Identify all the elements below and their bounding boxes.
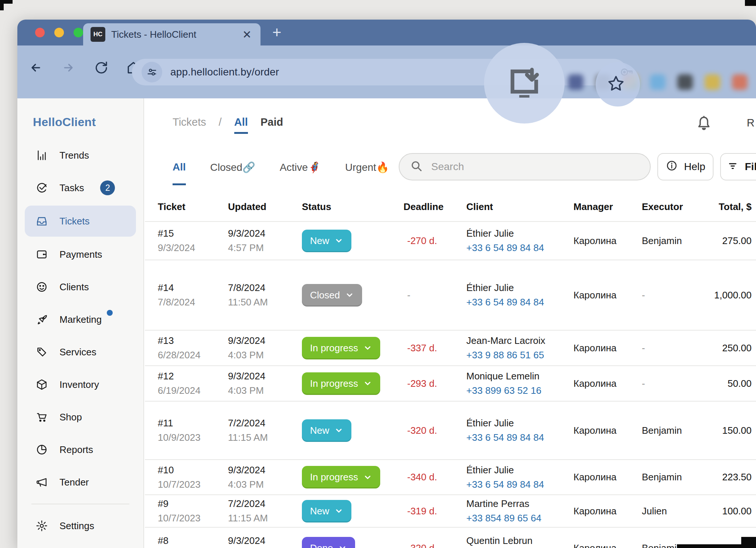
help-button[interactable]: Help	[657, 153, 714, 180]
table-row[interactable]: #136/28/2024 9/3/20244:03 PM In progress…	[145, 330, 756, 365]
extension-icon[interactable]	[677, 74, 693, 90]
cell-executor: Benjamin	[642, 235, 706, 247]
col-client: Client	[466, 201, 573, 213]
filter-label: Filter	[745, 161, 756, 173]
cell-executor: Benjamin	[642, 471, 706, 483]
sidebar-item-trends[interactable]: Trends	[17, 139, 143, 172]
minimize-window-button[interactable]	[54, 28, 64, 37]
site-settings-icon[interactable]	[142, 62, 162, 82]
table-row[interactable]: #126/19/2024 9/3/20244:03 PM In progress…	[145, 365, 756, 401]
sidebar-item-marketing[interactable]: Marketing	[17, 303, 143, 336]
table-row[interactable]: #810/7/2023 9/3/20244:03 PM Done -320 d.…	[145, 527, 756, 548]
sidebar-item-inventory[interactable]: Inventory	[17, 368, 143, 401]
sidebar-item-reports[interactable]: Reports	[17, 433, 143, 466]
user-name-partial[interactable]: R	[747, 117, 755, 129]
table-row[interactable]: #910/7/2023 7/2/202411:15 AM New -319 d.…	[145, 494, 756, 527]
rocket-icon	[35, 313, 48, 326]
breadcrumb-section[interactable]: Tickets	[173, 116, 206, 128]
table-row[interactable]: #1010/7/2023 9/3/20244:03 PM In progress…	[145, 459, 756, 494]
cell-total: 150.00	[706, 425, 752, 436]
sidebar-item-label: Payments	[59, 249, 102, 260]
check-circle-icon	[35, 182, 48, 194]
status-dropdown[interactable]: New	[302, 230, 351, 252]
status-dropdown[interactable]: Closed	[302, 284, 362, 307]
reload-icon[interactable]	[93, 60, 108, 75]
gear-icon	[35, 520, 48, 532]
close-window-button[interactable]	[35, 28, 45, 37]
cell-executor: -	[642, 290, 706, 301]
sidebar-item-payments[interactable]: Payments	[17, 238, 143, 271]
filter-tab-active[interactable]: Active🦸‍♀️	[280, 161, 321, 185]
status-dropdown[interactable]: In progress	[302, 466, 380, 488]
cell-manager: Каролина	[573, 290, 642, 301]
table-row[interactable]: #147/8/2024 7/8/202411:50 AM Closed - Ét…	[145, 260, 756, 330]
bookmark-star-icon[interactable]	[607, 74, 625, 94]
forward-icon[interactable]	[61, 60, 76, 75]
client-phone-link[interactable]: +33 854 89 65 64	[466, 513, 573, 524]
table-row[interactable]: #1110/9/2023 7/2/202411:15 AM New -320 d…	[145, 401, 756, 459]
screen-share-overlay[interactable]	[484, 43, 565, 124]
sidebar-item-label: Marketing	[59, 314, 102, 325]
new-tab-button[interactable]: +	[272, 25, 282, 40]
tab-paid[interactable]: Paid	[260, 116, 283, 128]
status-dropdown[interactable]: Done	[302, 537, 355, 548]
extension-icon[interactable]	[705, 74, 720, 90]
client-phone-link[interactable]: +33 9 88 86 51 65	[466, 349, 573, 361]
client-phone-link[interactable]: +33 6 54 89 84 84	[466, 297, 573, 308]
sidebar-item-knowledge-base[interactable]: Knowledge Base	[17, 542, 143, 548]
filter-tab-closed[interactable]: Closed🔗	[210, 161, 255, 185]
sidebar-item-services[interactable]: Services	[17, 336, 143, 368]
client-phone-link[interactable]: +33 899 63 52 16	[466, 385, 573, 396]
cell-client: Éthier Julie +33 6 54 89 84 84	[466, 282, 573, 308]
sidebar-item-tender[interactable]: Tender	[17, 466, 143, 498]
filter-button[interactable]: Filter	[720, 153, 756, 180]
search-input[interactable]: Search	[399, 153, 651, 180]
client-phone-link[interactable]: +33 6 54 89 84 84	[466, 432, 573, 443]
status-dropdown[interactable]: New	[302, 419, 351, 442]
marketing-notification-dot	[107, 310, 113, 316]
back-icon[interactable]	[28, 60, 43, 75]
cell-status: In progress	[302, 337, 403, 359]
extension-icon[interactable]	[568, 74, 583, 90]
col-status: Status	[302, 201, 403, 213]
megaphone-icon	[35, 476, 48, 488]
client-phone-link[interactable]: +33 6 54 89 84 84	[466, 479, 573, 490]
sidebar-item-clients[interactable]: Clients	[17, 271, 143, 303]
chevron-down-icon	[334, 236, 343, 245]
browser-tab[interactable]: HC Tickets - HelloClient ✕	[83, 23, 260, 45]
search-placeholder: Search	[431, 161, 464, 173]
sidebar-item-settings[interactable]: Settings	[17, 510, 143, 542]
sidebar-item-label: Trends	[59, 150, 89, 161]
sidebar-item-tasks[interactable]: Tasks2	[17, 172, 143, 204]
cell-ticket: #1110/9/2023	[158, 417, 228, 443]
status-dropdown[interactable]: In progress	[302, 337, 380, 359]
extension-icon[interactable]	[732, 74, 748, 90]
cell-total: 275.00	[706, 235, 752, 247]
sidebar-divider	[31, 504, 129, 504]
cart-icon	[35, 411, 48, 423]
wallet-icon	[35, 248, 48, 261]
extension-icon[interactable]	[650, 74, 665, 90]
status-dropdown[interactable]: In progress	[302, 372, 380, 395]
zoom-window-button[interactable]	[74, 28, 83, 37]
sidebar-item-shop[interactable]: Shop	[17, 401, 143, 433]
tab-close-icon[interactable]: ✕	[241, 28, 253, 41]
table-row[interactable]: #159/3/2024 9/3/20244:57 PM New -270 d. …	[145, 221, 756, 260]
sidebar-item-label: Tickets	[59, 216, 89, 227]
notifications-bell-icon[interactable]	[695, 115, 712, 133]
tab-all[interactable]: All	[234, 116, 248, 134]
sidebar-item-tickets[interactable]: Tickets	[25, 206, 136, 237]
app-logo[interactable]: HelloClient	[33, 115, 96, 129]
cell-manager: Каролина	[573, 235, 642, 247]
url-text: app.helloclient.by/order	[170, 66, 279, 78]
status-dropdown[interactable]: New	[302, 500, 351, 522]
col-deadline: Deadline	[403, 201, 466, 213]
chevron-down-icon	[334, 426, 343, 435]
filter-tab-urgent[interactable]: Urgent🔥	[345, 161, 389, 185]
cell-executor: -	[642, 342, 706, 354]
filter-tab-all[interactable]: All	[173, 161, 186, 185]
cell-deadline: -319 d.	[403, 505, 466, 517]
client-phone-link[interactable]: +33 6 54 89 84 84	[466, 242, 573, 254]
cell-ticket: #810/7/2023	[158, 535, 228, 548]
cell-ticket: #910/7/2023	[158, 498, 228, 524]
